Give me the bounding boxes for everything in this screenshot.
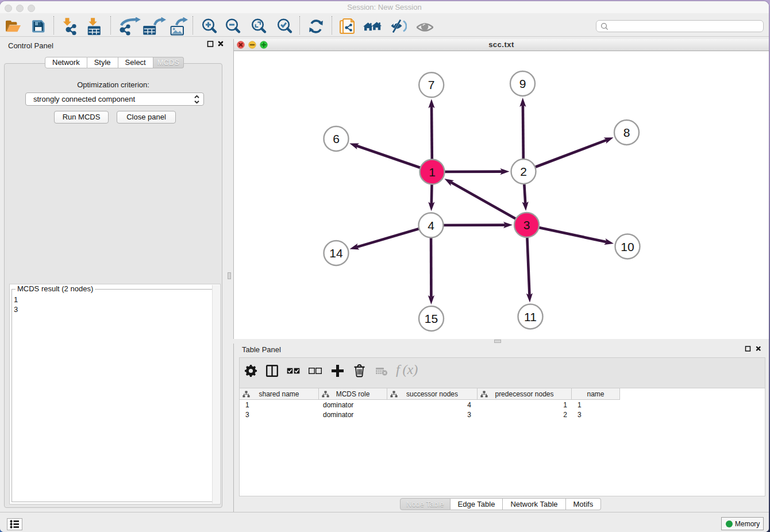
svg-text:2: 2	[520, 165, 527, 178]
svg-text:7: 7	[428, 78, 435, 91]
svg-text:15: 15	[425, 312, 438, 325]
svg-text:6: 6	[333, 132, 340, 145]
svg-text:1: 1	[429, 165, 436, 179]
svg-text:9: 9	[519, 77, 526, 90]
svg-text:3: 3	[523, 218, 530, 232]
svg-text:14: 14	[329, 246, 343, 260]
svg-text:4: 4	[428, 219, 434, 232]
svg-text:8: 8	[623, 126, 630, 139]
svg-text:11: 11	[524, 310, 537, 323]
svg-text:10: 10	[621, 240, 634, 253]
